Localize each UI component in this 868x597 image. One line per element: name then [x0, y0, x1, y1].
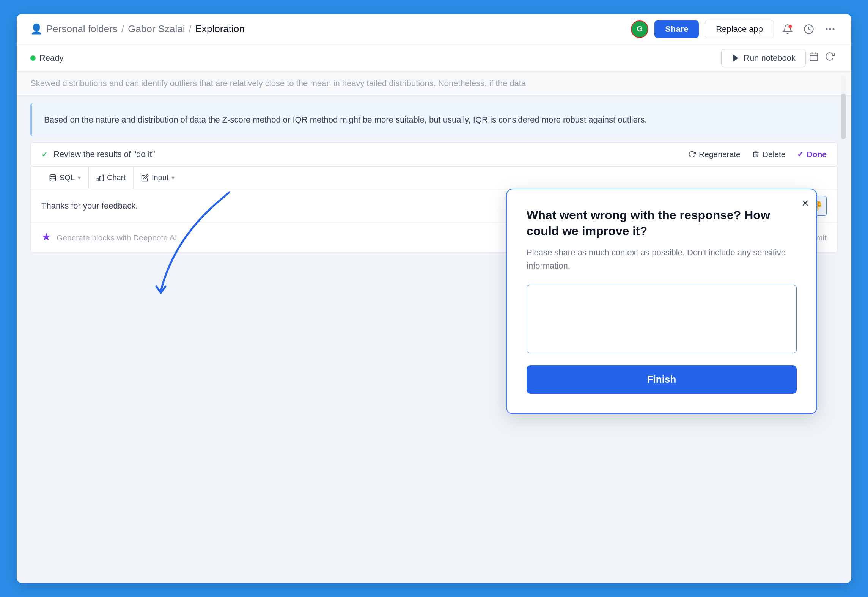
svg-point-4 [833, 28, 835, 30]
scrollbar-thumb[interactable] [841, 94, 846, 139]
review-row: ✓ Review the results of "do it" Regenera… [30, 142, 838, 167]
modal-title: What went wrong with the response? How c… [527, 207, 797, 239]
calendar-button[interactable] [806, 49, 822, 67]
feedback-textarea[interactable] [527, 285, 797, 353]
modal-close-button[interactable]: × [802, 197, 809, 209]
ready-dot [30, 55, 36, 61]
header: 👤 Personal folders / Gabor Szalai / Expl… [17, 14, 851, 44]
personal-folders-link[interactable]: Personal folders [46, 23, 118, 35]
scrollbar-track [841, 75, 846, 302]
exploration-breadcrumb: Exploration [195, 23, 245, 35]
svg-point-10 [50, 174, 56, 176]
svg-rect-13 [97, 178, 98, 181]
breadcrumb: 👤 Personal folders / Gabor Szalai / Expl… [30, 23, 245, 35]
svg-marker-5 [733, 55, 738, 61]
svg-rect-12 [99, 176, 101, 181]
main-content: Ready Run notebook [17, 44, 851, 583]
feedback-modal: × What went wrong with the response? How… [506, 189, 817, 414]
history-button[interactable] [801, 22, 816, 37]
svg-point-3 [829, 28, 831, 30]
regenerate-button[interactable]: Regenerate [688, 150, 741, 159]
truncated-text: Skewed distributions and can identify ou… [17, 72, 851, 96]
breadcrumb-sep-1: / [121, 23, 124, 35]
run-notebook-button[interactable]: Run notebook [721, 49, 806, 67]
ai-sparkle-icon [41, 232, 51, 244]
toolbar-row: SQL ▾ Chart Input ▾ [30, 167, 838, 189]
chart-toolbar-item[interactable]: Chart [89, 167, 134, 189]
breadcrumb-sep-2: / [189, 23, 191, 35]
svg-point-0 [788, 25, 792, 28]
more-options-button[interactable] [822, 26, 838, 33]
input-toolbar-item[interactable]: Input ▾ [134, 167, 182, 189]
avatar: G [631, 20, 648, 38]
notebook-bar: Ready Run notebook [17, 44, 851, 72]
svg-rect-11 [102, 175, 103, 181]
done-button[interactable]: ✓ Done [797, 150, 827, 159]
svg-rect-6 [810, 53, 818, 61]
finish-button[interactable]: Finish [527, 365, 797, 394]
review-actions: Regenerate Delete ✓ Done [688, 150, 827, 159]
gabor-szalai-link[interactable]: Gabor Szalai [128, 23, 185, 35]
personal-folders-icon: 👤 [30, 23, 42, 35]
share-button[interactable]: Share [654, 20, 699, 38]
sql-chevron-icon: ▾ [78, 174, 81, 181]
review-check-icon: ✓ [41, 149, 48, 159]
modal-subtitle: Please share as much context as possible… [527, 246, 797, 272]
delete-button[interactable]: Delete [752, 150, 786, 159]
notification-button[interactable] [780, 22, 795, 37]
ready-label: Ready [39, 53, 64, 63]
replace-app-button[interactable]: Replace app [705, 20, 774, 38]
refresh-button[interactable] [822, 49, 838, 67]
header-actions: G Share Replace app [631, 20, 838, 38]
svg-point-2 [826, 28, 828, 30]
input-chevron-icon: ▾ [171, 174, 175, 181]
review-text: Review the results of "do it" [53, 149, 683, 159]
info-block: Based on the nature and distribution of … [30, 103, 838, 136]
sql-toolbar-item[interactable]: SQL ▾ [41, 167, 89, 189]
